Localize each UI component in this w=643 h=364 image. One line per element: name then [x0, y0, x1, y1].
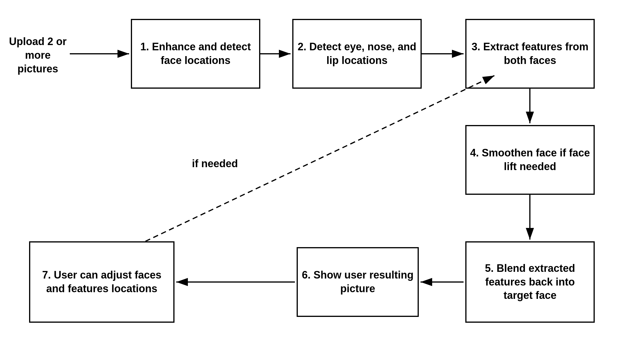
box-3: 3. Extract features from both faces	[465, 19, 595, 89]
box-2: 2. Detect eye, nose, and lip locations	[292, 19, 422, 89]
box-4: 4. Smoothen face if face lift needed	[465, 125, 595, 195]
input-label: Upload 2 or more pictures	[9, 35, 67, 76]
box-1: 1. Enhance and detect face locations	[131, 19, 260, 89]
box-6: 6. Show user resulting picture	[297, 247, 419, 317]
diagram-container: Upload 2 or more pictures 1. Enhance and…	[0, 0, 643, 364]
if-needed-label: if needed	[192, 157, 238, 171]
box-7: 7. User can adjust faces and features lo…	[29, 241, 174, 323]
box-5: 5. Blend extracted features back into ta…	[465, 241, 595, 323]
